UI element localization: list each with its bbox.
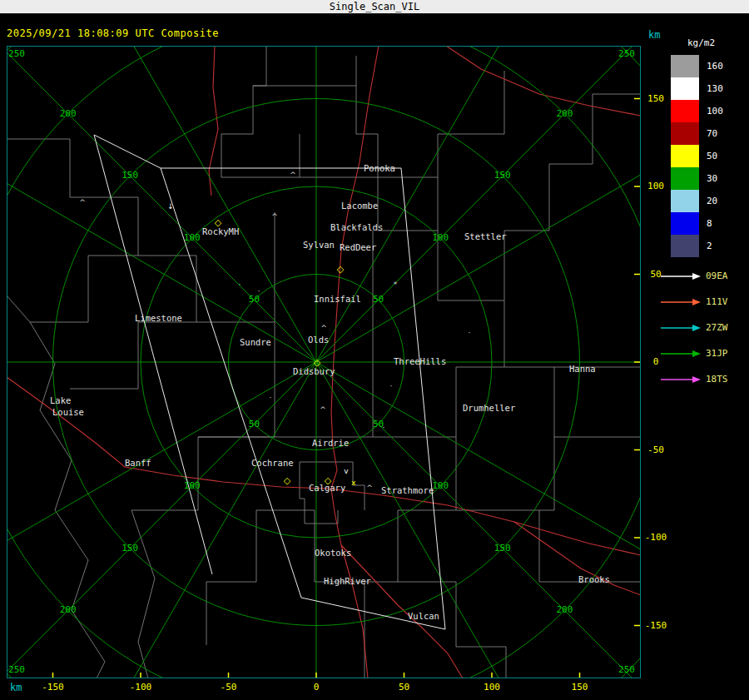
scale-value: 50 bbox=[707, 151, 717, 161]
x-tick-label: 100 bbox=[474, 682, 510, 693]
scale-value: 130 bbox=[707, 83, 723, 94]
scale-entry: 20 bbox=[671, 190, 723, 212]
map-symbol-marker: · bbox=[316, 358, 319, 366]
city-label-cochrane: Cochrane bbox=[251, 458, 294, 468]
city-label-sylvan: Sylvan bbox=[303, 240, 335, 250]
storm-track-legend: 09EA111V27ZW31JP18TS bbox=[659, 263, 728, 392]
scale-entry: 100 bbox=[671, 100, 723, 122]
scale-entry: 130 bbox=[671, 77, 723, 100]
x-tick-label: 150 bbox=[562, 682, 598, 693]
x-tick-label: -50 bbox=[211, 682, 247, 693]
scale-value: 30 bbox=[707, 173, 717, 184]
window-title-bar: Single_Scan_VIL bbox=[0, 0, 749, 13]
track-id: 27ZW bbox=[706, 322, 728, 333]
vil-color-scale: 1601301007050302082 bbox=[671, 55, 723, 257]
scale-swatch bbox=[671, 167, 699, 190]
track-entry: 18TS bbox=[659, 366, 728, 392]
map-symbol-marker: · bbox=[258, 287, 260, 295]
y-tick-label: 100 bbox=[642, 181, 669, 191]
x-tick-label: -100 bbox=[122, 682, 159, 693]
scale-swatch bbox=[671, 100, 699, 122]
scale-swatch bbox=[671, 55, 699, 77]
city-label-reddeer: RedDeer bbox=[340, 242, 376, 252]
y-tick-label: -150 bbox=[642, 620, 669, 631]
scale-value: 100 bbox=[707, 106, 723, 117]
map-symbol-marker: v bbox=[344, 467, 349, 475]
city-label-lake: Lake bbox=[50, 395, 71, 405]
city-label-ponoka: Ponoka bbox=[364, 163, 395, 173]
map-symbol-marker: x bbox=[351, 479, 356, 487]
range-ring-label: 150 bbox=[122, 170, 138, 181]
range-ring-label: 250 bbox=[618, 48, 635, 59]
scale-value: 160 bbox=[707, 61, 723, 72]
city-label-threehills: ThreeHills bbox=[394, 356, 446, 366]
track-arrow-head bbox=[692, 273, 701, 280]
scan-sector-top-edge bbox=[94, 135, 161, 168]
range-ring-label: 250 bbox=[8, 48, 25, 59]
scale-entry: 160 bbox=[671, 55, 723, 77]
storm-cell-marker: ◇ bbox=[337, 264, 345, 275]
range-ring-label: 50 bbox=[373, 294, 384, 305]
y-tick-label: -100 bbox=[642, 532, 669, 543]
city-label-banff: Banff bbox=[125, 458, 151, 468]
y-tick-label: 150 bbox=[642, 93, 669, 104]
y-axis-unit-label: km bbox=[648, 29, 660, 41]
scale-swatch bbox=[671, 212, 699, 235]
scale-entry: 30 bbox=[671, 167, 723, 190]
map-symbol-marker: · bbox=[239, 280, 241, 289]
city-label-blackfalds: Blackfalds bbox=[330, 222, 383, 232]
radar-map[interactable]: 5010015020025050100150200250501001502002… bbox=[7, 46, 641, 678]
city-label-limestone: Limestone bbox=[135, 313, 182, 323]
x-axis-unit-label: km bbox=[10, 682, 22, 693]
scan-sector-outline bbox=[161, 168, 445, 629]
range-ring-label: 200 bbox=[556, 108, 573, 119]
scan-sector-left-edge bbox=[94, 135, 212, 574]
y-tick-label: -50 bbox=[642, 444, 669, 455]
city-label-highriver: HighRiver bbox=[324, 576, 371, 586]
range-ring-label: 150 bbox=[122, 543, 138, 554]
range-ring-label: 150 bbox=[494, 543, 511, 554]
x-tick-label: 0 bbox=[298, 682, 335, 693]
storm-cell-marker: ◇ bbox=[215, 217, 222, 228]
range-ring-label: 100 bbox=[432, 232, 449, 243]
range-ring-label: 250 bbox=[8, 664, 25, 675]
scale-swatch bbox=[671, 145, 699, 167]
scale-entry: 8 bbox=[671, 212, 723, 235]
scale-value: 70 bbox=[707, 128, 717, 139]
range-ring-label: 100 bbox=[184, 232, 201, 243]
city-label-brooks: Brooks bbox=[578, 574, 610, 584]
highway-1-line bbox=[7, 377, 641, 555]
x-tick-label: -150 bbox=[35, 682, 72, 693]
map-symbol-marker: · bbox=[390, 382, 393, 390]
track-arrow-head bbox=[692, 325, 701, 331]
map-symbol-marker: ^ bbox=[320, 405, 326, 414]
range-ring-label: 100 bbox=[184, 480, 201, 491]
track-arrow-icon bbox=[659, 271, 701, 281]
track-arrow-head bbox=[692, 376, 701, 383]
scan-timestamp: 2025/09/21 18:08:09 UTC Composite bbox=[7, 27, 219, 39]
track-arrow-head bbox=[692, 299, 701, 305]
radar-display-window: Single_Scan_VIL 2025/09/21 18:08:09 UTC … bbox=[0, 0, 749, 700]
city-label-vulcan: Vulcan bbox=[408, 611, 439, 621]
track-id: 31JP bbox=[706, 348, 728, 359]
boundary-lines-north bbox=[221, 46, 641, 437]
scale-value: 8 bbox=[707, 218, 712, 229]
map-symbol-marker: · bbox=[270, 394, 272, 402]
city-label-innisfail: Innisfail bbox=[314, 294, 361, 304]
city-label-louise: Louise bbox=[52, 407, 84, 417]
city-label-sundre: Sundre bbox=[240, 337, 271, 347]
range-ring-label: 200 bbox=[556, 604, 573, 615]
range-ring-label: 100 bbox=[432, 480, 449, 491]
map-symbol-marker: ^ bbox=[366, 484, 373, 492]
scale-entry: 2 bbox=[671, 235, 723, 257]
map-symbol-marker: ^ bbox=[290, 171, 296, 179]
city-label-strathmore: Strathmore bbox=[381, 485, 434, 495]
track-entry: 09EA bbox=[659, 263, 728, 289]
scale-swatch bbox=[671, 77, 699, 100]
track-id: 18TS bbox=[706, 374, 728, 385]
track-arrow-icon bbox=[659, 375, 701, 385]
track-entry: 111V bbox=[659, 289, 728, 315]
city-label-drumheller: Drumheller bbox=[463, 403, 515, 413]
legend-unit-label: kg/m2 bbox=[687, 37, 715, 48]
range-ring-label: 50 bbox=[249, 294, 260, 305]
